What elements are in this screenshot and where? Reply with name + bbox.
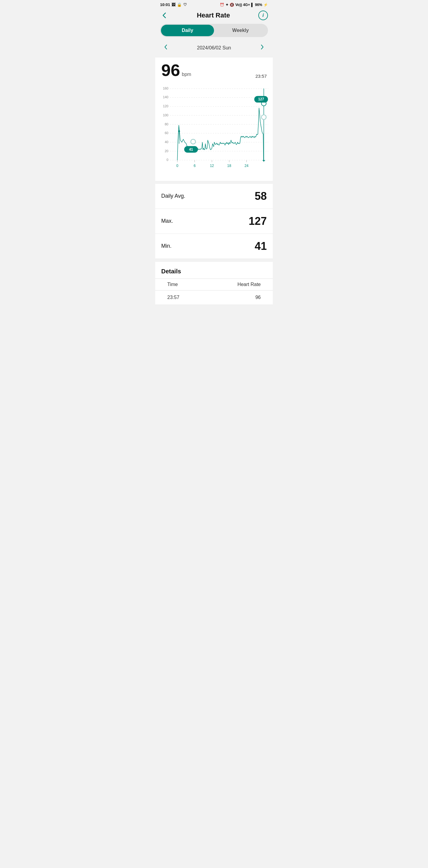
min-label: Min. (161, 243, 172, 249)
svg-text:80: 80 (165, 122, 169, 126)
svg-text:20: 20 (165, 149, 169, 153)
svg-text:12: 12 (210, 164, 214, 168)
svg-text:160: 160 (163, 87, 169, 90)
status-right: ⏰ ✦ 🔇 Vo)) 4G+ ▌ 96% ⚡ (220, 3, 268, 7)
svg-marker-30 (262, 160, 265, 161)
svg-text:140: 140 (163, 95, 169, 99)
avg-value: 58 (255, 190, 267, 203)
details-container: Details Time Heart Rate 23:57 96 (155, 262, 273, 305)
bpm-time: 23:57 (255, 73, 267, 79)
battery-icon: ▌ (251, 3, 254, 7)
details-row: 23:57 96 (155, 290, 273, 305)
status-bar: 10:01 🖼 🔒 ♡ ⏰ ✦ 🔇 Vo)) 4G+ ▌ 96% ⚡ (155, 0, 273, 8)
svg-text:24: 24 (244, 164, 249, 168)
page-title: Heart Rate (197, 11, 230, 19)
back-button[interactable] (160, 11, 169, 20)
svg-text:6: 6 (193, 164, 195, 168)
stat-row-avg: Daily Avg. 58 (155, 184, 273, 209)
info-button[interactable]: i (258, 10, 268, 20)
bpm-unit: bpm (182, 72, 191, 77)
stat-row-min: Min. 41 (155, 234, 273, 259)
mute-icon: 🔇 (230, 3, 234, 7)
tab-weekly[interactable]: Weekly (214, 25, 267, 36)
detail-time: 23:57 (167, 295, 179, 300)
stat-row-max: Max. 127 (155, 209, 273, 234)
min-value: 41 (255, 240, 267, 253)
svg-text:60: 60 (165, 131, 169, 135)
svg-text:0: 0 (167, 158, 169, 161)
svg-text:18: 18 (227, 164, 232, 168)
signal-icon: Vo)) 4G+ (235, 3, 250, 7)
current-date: 2024/06/02 Sun (197, 45, 231, 51)
battery-pct: 96% (255, 3, 262, 7)
tab-switcher: Daily Weekly (160, 24, 268, 37)
details-table-header: Time Heart Rate (155, 278, 273, 290)
max-value: 127 (249, 215, 267, 227)
svg-point-39 (178, 130, 180, 132)
svg-text:0: 0 (176, 164, 178, 168)
svg-text:100: 100 (163, 113, 169, 117)
date-prev-button[interactable] (160, 42, 172, 53)
date-navigation: 2024/06/02 Sun (155, 41, 273, 58)
app-header: Heart Rate i (155, 8, 273, 24)
lock-icon: 🔒 (177, 2, 182, 7)
svg-text:127: 127 (258, 97, 264, 101)
detail-heart-rate: 96 (255, 295, 261, 300)
alarm-icon: ⏰ (220, 3, 224, 7)
col-header-time: Time (167, 282, 178, 287)
svg-text:40: 40 (165, 140, 169, 144)
col-header-heart-rate: Heart Rate (238, 282, 261, 287)
photo-icon: 🖼 (172, 2, 176, 7)
details-title: Details (155, 262, 273, 278)
bpm-value: 96 (161, 62, 180, 79)
heart-rate-chart: 160 140 120 100 80 60 40 20 0 0 6 12 18 … (155, 81, 273, 181)
bpm-display: 96 bpm 23:57 (155, 58, 273, 81)
svg-point-37 (261, 115, 266, 120)
chart-svg: 160 140 120 100 80 60 40 20 0 0 6 12 18 … (159, 84, 270, 174)
heart-status-icon: ♡ (183, 2, 187, 7)
svg-text:41: 41 (189, 147, 193, 152)
bpm-main: 96 bpm (161, 62, 191, 79)
date-next-button[interactable] (256, 42, 268, 53)
bluetooth-icon: ✦ (225, 3, 228, 7)
max-label: Max. (161, 218, 173, 224)
tab-daily[interactable]: Daily (161, 25, 214, 36)
status-time: 10:01 (160, 2, 170, 7)
stats-container: Daily Avg. 58 Max. 127 Min. 41 (155, 184, 273, 259)
svg-point-34 (191, 139, 195, 144)
svg-text:120: 120 (163, 104, 169, 108)
avg-label: Daily Avg. (161, 193, 185, 199)
status-left: 10:01 🖼 🔒 ♡ (160, 2, 187, 7)
charging-icon: ⚡ (264, 3, 268, 7)
